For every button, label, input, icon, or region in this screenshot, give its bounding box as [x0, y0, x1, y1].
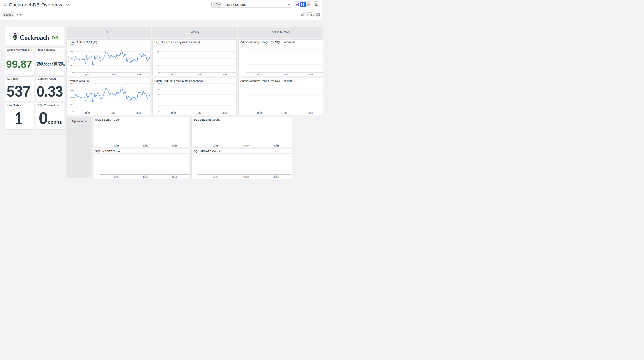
svg-text:0.02: 0.02	[70, 103, 74, 105]
svg-text:19:25: 19:25	[171, 112, 176, 114]
svg-text:0: 0	[158, 110, 160, 112]
svg-text:19:25: 19:25	[114, 176, 119, 178]
svg-text:19:30: 19:30	[243, 176, 248, 178]
svg-text:19:25: 19:25	[213, 145, 218, 147]
svg-text:Percent: Percent	[67, 55, 70, 62]
svg-text:0.02: 0.02	[70, 64, 74, 67]
svg-text:19:35: 19:35	[172, 176, 177, 178]
svg-text:2: 2	[158, 104, 160, 107]
svg-text:19:35: 19:35	[274, 145, 279, 147]
svg-text:19:30: 19:30	[110, 112, 116, 114]
svg-text:4: 4	[158, 99, 160, 101]
svg-text:0.04: 0.04	[70, 96, 74, 98]
svg-text:0.08: 0.08	[70, 44, 74, 46]
svg-text:19:35: 19:35	[222, 112, 227, 114]
svg-text:19:30: 19:30	[243, 145, 248, 147]
svg-text:19:35: 19:35	[308, 73, 313, 75]
svg-text:19:35: 19:35	[274, 176, 279, 178]
svg-text:19:30: 19:30	[282, 73, 288, 75]
svg-text:19:35: 19:35	[222, 73, 227, 75]
svg-text:19:30: 19:30	[110, 73, 116, 75]
svg-text:1: 1	[158, 57, 160, 59]
svg-text:19:25: 19:25	[171, 73, 176, 75]
svg-text:19:30: 19:30	[143, 145, 148, 147]
svg-text:0.5: 0.5	[157, 64, 160, 67]
svg-text:19:30: 19:30	[196, 112, 202, 114]
svg-text:6: 6	[158, 93, 160, 95]
svg-text:19:25: 19:25	[257, 112, 262, 114]
svg-text:0: 0	[158, 71, 160, 73]
svg-text:0: 0	[72, 110, 74, 112]
svg-text:8: 8	[158, 88, 160, 90]
svg-text:19:25: 19:25	[114, 145, 119, 147]
svg-text:19:35: 19:35	[308, 112, 313, 114]
svg-text:19:35: 19:35	[172, 145, 177, 147]
svg-text:0.08: 0.08	[70, 82, 74, 85]
svg-text:19:25: 19:25	[85, 73, 90, 75]
svg-text:19:25: 19:25	[257, 73, 262, 75]
svg-text:19:30: 19:30	[196, 73, 202, 75]
svg-text:19:35: 19:35	[136, 73, 141, 75]
svg-text:19:30: 19:30	[282, 112, 288, 114]
svg-text:0.06: 0.06	[70, 50, 74, 53]
svg-text:19:35: 19:35	[136, 112, 141, 114]
svg-text:0.06: 0.06	[70, 89, 74, 91]
svg-text:0: 0	[72, 71, 74, 73]
svg-text:1.5: 1.5	[157, 50, 160, 53]
svg-text:19:25: 19:25	[213, 176, 218, 178]
svg-text:19:25: 19:25	[85, 112, 90, 114]
svg-text:19:30: 19:30	[143, 176, 148, 178]
svg-text:2: 2	[158, 44, 160, 46]
svg-text:0.04: 0.04	[70, 57, 74, 59]
svg-text:10: 10	[157, 82, 160, 85]
